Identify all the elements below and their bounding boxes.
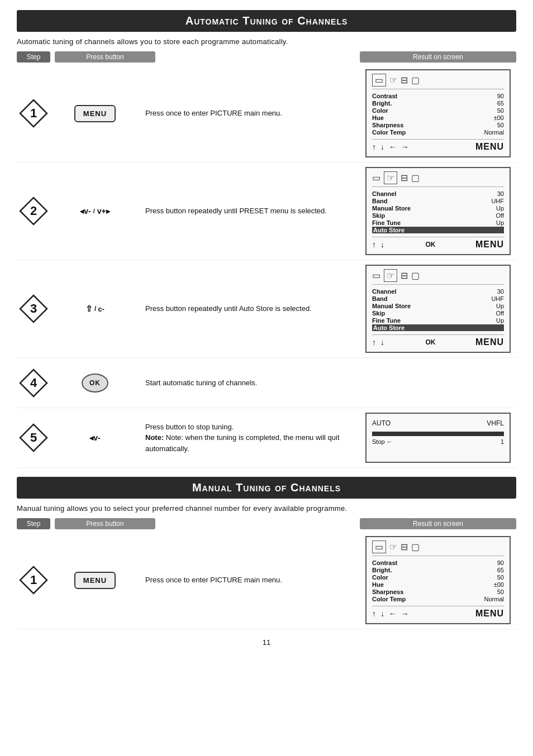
screen-row-skip: SkipOff [372,212,504,219]
step-2-button: ◂v- / v+▸ [50,207,140,216]
tv-icon-2: ▭ [372,173,380,183]
step-3-diamond: 3 [19,294,48,323]
nav-arrows-2: ↑ ↓ [372,240,386,249]
screen-data-3: Channel30 BandUHF Manual StoreUp SkipOff [372,288,504,331]
screen-row-bright: Bright.65 [372,100,504,107]
manual-tv-icon: ▭ [372,540,386,553]
camera-icon-3: ▢ [411,270,420,281]
auto-section-title: Automatic Tuning of Channels [185,15,348,27]
vv-button[interactable]: ◂v- / v+▸ [80,207,110,216]
step-2-num: 2 [17,197,50,226]
antenna-icon: ☞ [389,75,397,85]
screen-row-autostore-3: Auto Store [372,324,504,331]
step-5-result: AUTO VHFL Stop ← 1 [360,413,516,463]
manual-col-result-label: Result on screen [360,518,516,529]
grid-icon-3: ⊟ [401,270,408,281]
screen-row-channel: Channel30 [372,190,504,197]
nav-ok: OK [425,241,435,248]
manual-screen-row-color: Color50 [372,574,504,581]
tv-icon-3: ▭ [372,270,380,281]
manual-section-title: Manual Tuning of Channels [192,481,341,494]
manual-antenna-icon: ☞ [389,542,397,552]
step-2-result: ▭ ☞ ⊟ ▢ Channel30 BandUHF Manual St [360,167,516,255]
step-1-button: MENU [50,105,140,122]
col-result-label: Result on screen [360,51,516,63]
manual-screen-row-bright: Bright.65 [372,567,504,573]
manual-grid-icon: ⊟ [401,542,408,552]
manual-col-step-label: Step [17,518,50,529]
screen-row-band-3: BandUHF [372,295,504,302]
manual-nav-arrows: ↑ ↓ ← → [372,609,410,618]
menu-button[interactable]: MENU [74,105,116,122]
nav-arrows-3: ↑ ↓ [372,338,386,347]
screen-row-channel-3: Channel30 [372,288,504,295]
camera-icon: ▢ [411,75,420,85]
screen-row-band: BandUHF [372,198,504,204]
step-4-desc: Start automatic tuning of channels. [145,377,360,389]
autostore-screen: ▭ ☞ ⊟ ▢ Channel30 BandUHF Manual St [365,265,511,353]
screen-row-manual-store: Manual StoreUp [372,205,504,212]
step-5-diamond: 5 [19,423,48,452]
manual-screen-row-sharpness: Sharpness50 [372,588,504,595]
grid-icon-2: ⊟ [401,173,408,183]
manual-steps: 1 MENU Press once to enter PICTURE main … [17,532,516,629]
manual-screen-nav-1: ↑ ↓ ← → MENU [372,606,504,619]
screen-nav-1: ↑ ↓ ← → MENU [372,139,504,152]
screen-nav-3: ↑ ↓ OK MENU [372,334,504,347]
tuning-stop-row: Stop ← 1 [372,438,504,445]
antenna-icon-3: ☞ [384,269,397,282]
antenna-icon-2: ☞ [384,171,397,184]
step-5-num: 5 [17,423,50,452]
screen-data-2: Channel30 BandUHF Manual StoreUp SkipOff [372,190,504,233]
manual-step-1-button: MENU [50,572,140,589]
screen-row-colortemp: Color TempNormal [372,129,504,136]
manual-menu-button[interactable]: MENU [74,572,116,589]
page-number: 11 [17,638,516,647]
channel-button[interactable]: ⇧ / c- [85,304,104,314]
ok-button[interactable]: OK [82,374,108,393]
manual-section-header: Manual Tuning of Channels [17,477,516,499]
screen-row-manualstore-3: Manual StoreUp [372,303,504,309]
manual-col-press-label: Press button [55,518,155,529]
nav-menu-3: MENU [475,337,504,347]
preset-menu-screen: ▭ ☞ ⊟ ▢ Channel30 BandUHF Manual St [365,167,511,255]
tuning-labels: AUTO VHFL [372,419,504,427]
screen-icons-2: ▭ ☞ ⊟ ▢ [372,171,504,187]
camera-icon-2: ▢ [411,173,420,183]
manual-step-1: 1 MENU Press once to enter PICTURE main … [17,532,516,629]
screen-row-hue: Hue±00 [372,114,504,121]
picture-menu-screen-1: ▭ ☞ ⊟ ▢ Contrast90 Bright.65 Color5 [365,69,511,157]
auto-intro: Automatic tuning of channels allows you … [17,37,516,46]
tuning-bar [372,432,504,436]
empty-screen [365,363,511,403]
auto-step-5: 5 ◂v- Press button to stop tuning. Note:… [17,408,516,468]
screen-row-finetune-3: Fine TuneUp [372,317,504,324]
manual-col-headers: Step Press button Result on screen [17,518,516,529]
screen-nav-2: ↑ ↓ OK MENU [372,237,504,250]
step-5-desc: Press button to stop tuning. Note: Note:… [145,422,360,454]
manual-step-1-result: ▭ ☞ ⊟ ▢ Contrast90 Bright.65 Color5 [360,536,516,624]
auto-step-4: 4 OK Start automatic tuning of channels. [17,358,516,408]
step-4-button: OK [50,374,140,393]
auto-col-headers: Step Press button Result on screen [17,51,516,63]
screen-data-1: Contrast90 Bright.65 Color50 Hue±00 Shar [372,93,504,136]
auto-step-1: 1 MENU Press once to enter PICTURE main … [17,65,516,162]
screen-row-autostore: Auto Store [372,227,504,233]
step-5-button: ◂v- [50,433,140,442]
manual-screen-row-colortemp: Color TempNormal [372,596,504,602]
nav-menu: MENU [475,142,504,152]
manual-intro: Manual tuning allows you to select your … [17,504,516,513]
step-4-diamond: 4 [19,369,48,398]
manual-screen-icons-1: ▭ ☞ ⊟ ▢ [372,540,504,556]
auto-step-3: 3 ⇧ / c- Press button repeatedly until A… [17,260,516,358]
screen-icons-1: ▭ ☞ ⊟ ▢ [372,74,504,89]
auto-steps: 1 MENU Press once to enter PICTURE main … [17,65,516,468]
step-1-result: ▭ ☞ ⊟ ▢ Contrast90 Bright.65 Color5 [360,69,516,157]
manual-nav-menu: MENU [475,609,504,619]
step-3-button: ⇧ / c- [50,304,140,314]
step-3-desc: Press button repeatedly until Auto Store… [145,303,360,314]
col-step-label: Step [17,51,50,63]
vminus-button[interactable]: ◂v- [89,433,100,442]
manual-step-1-num: 1 [17,566,50,595]
step-1-num: 1 [17,99,50,128]
